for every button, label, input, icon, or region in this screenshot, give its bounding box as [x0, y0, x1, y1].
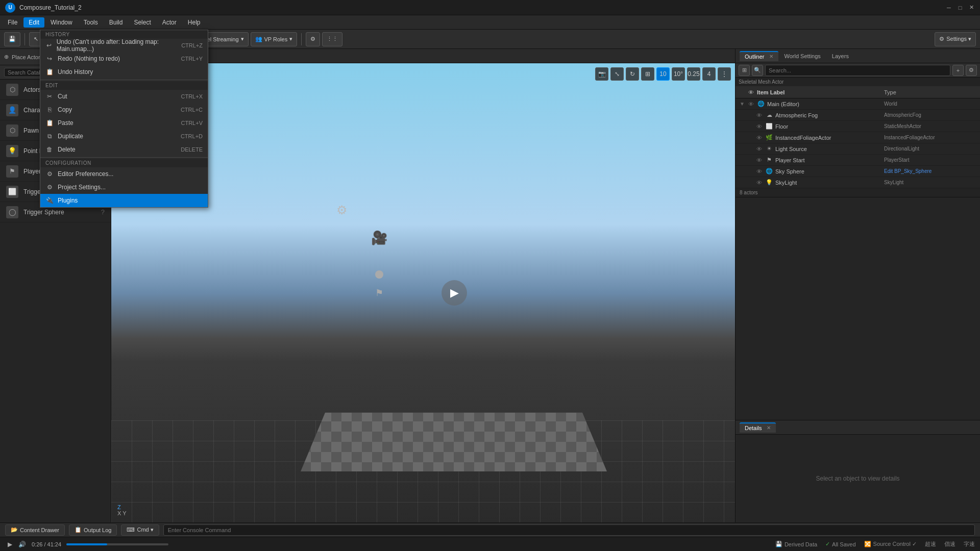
outliner-light-row[interactable]: 👁 ☀ Light Source DirectionalLight — [736, 143, 980, 155]
paste-item[interactable]: 📋 Paste CTRL+V — [40, 116, 208, 130]
editor-prefs-item[interactable]: ⚙ Editor Preferences... — [40, 167, 208, 181]
save-button[interactable]: 💾 — [4, 32, 20, 46]
outliner-add-btn[interactable]: + — [952, 65, 964, 76]
settings-button[interactable]: ⚙ Settings ▾ — [935, 32, 976, 46]
skylight-eye-icon[interactable]: 👁 — [755, 180, 763, 186]
world-eye-icon[interactable]: 👁 — [747, 101, 755, 107]
outliner-column-header: 👁 Item Label Type — [736, 86, 980, 98]
undo-item[interactable]: ↩ Undo (Can't undo after: Loading map: M… — [40, 39, 208, 52]
outliner-search-icon: 🔍 — [752, 65, 763, 76]
all-saved-status: ✓ All Saved — [825, 541, 855, 547]
derived-data-icon: 💾 — [775, 541, 782, 547]
project-settings-item[interactable]: ⚙ Project Settings... — [40, 181, 208, 194]
outliner-skylight-row[interactable]: 👁 💡 SkyLight SkyLight — [736, 177, 980, 188]
floor-label: Floor — [775, 123, 882, 130]
timeline-bar[interactable] — [66, 543, 168, 545]
vp-speed-label: 0.25 — [688, 70, 699, 78]
vp-camera-btn[interactable]: 📷 — [595, 67, 608, 81]
cut-shortcut: CTRL+X — [181, 93, 203, 99]
vp-speed-btn[interactable]: 0.25 — [687, 67, 700, 81]
maximize-button[interactable]: □ — [957, 4, 964, 11]
duplicate-shortcut: CTRL+D — [181, 133, 203, 139]
menu-build[interactable]: Build — [104, 17, 128, 28]
details-close-icon[interactable]: ✕ — [767, 425, 771, 431]
plugins-item[interactable]: 🔌 Plugins — [40, 194, 208, 207]
console-command-input[interactable] — [163, 524, 975, 536]
vp-grid-size-btn[interactable]: 10 — [656, 67, 670, 81]
content-drawer-icon: 📂 — [11, 527, 18, 533]
outliner-tab[interactable]: Outliner ✕ — [740, 51, 778, 61]
details-tab[interactable]: Details ✕ — [740, 422, 776, 433]
derived-data-status[interactable]: 💾 Derived Data — [775, 541, 817, 547]
menu-actor[interactable]: Actor — [157, 17, 182, 28]
outliner-fog-row[interactable]: 👁 ☁ Atmospheric Fog AtmosphericFog — [736, 110, 980, 121]
menu-select[interactable]: Select — [129, 17, 156, 28]
outliner-skysphere-row[interactable]: 👁 🌐 Sky Sphere Edit BP_Sky_Sphere — [736, 166, 980, 177]
fog-type: AtmosphericFog — [884, 112, 976, 118]
edit-section-header: EDIT — [40, 81, 208, 90]
layers-label: Layers — [832, 53, 849, 59]
outliner-foliage-row[interactable]: 👁 🌿 InstancedFoliageActor InstancedFolia… — [736, 132, 980, 143]
trigger-sphere-help-icon[interactable]: ? — [101, 208, 105, 216]
redo-icon: ↪ — [45, 55, 54, 62]
toolbar-extra-btn[interactable]: ⚙ — [306, 32, 320, 46]
outliner-playerstart-row[interactable]: 👁 ⚑ Player Start PlayerStart — [736, 155, 980, 166]
sound-control-btn[interactable]: 🔊 — [17, 540, 27, 549]
vp-layer-btn[interactable]: 4 — [702, 67, 716, 81]
cut-item[interactable]: ✂ Cut CTRL+X — [40, 90, 208, 103]
floor-eye-icon[interactable]: 👁 — [755, 123, 763, 130]
menu-tools[interactable]: Tools — [79, 17, 103, 28]
outliner-filter-btn[interactable]: ⊞ — [739, 65, 750, 76]
foliage-eye-icon[interactable]: 👁 — [755, 135, 763, 141]
fog-item-icon: ☁ — [765, 112, 773, 118]
undo-history-item[interactable]: 📋 Undo History — [40, 65, 208, 79]
outliner-world-row[interactable]: ▼ 👁 🌐 Main (Editor) World — [736, 98, 980, 110]
close-button[interactable]: ✕ — [968, 4, 975, 11]
menu-edit[interactable]: Edit — [23, 17, 44, 28]
toolbar-extra-btn2[interactable]: ⋮⋮ — [322, 32, 342, 46]
vp-options-btn[interactable]: ⋮ — [718, 67, 731, 81]
duplicate-item[interactable]: ⧉ Duplicate CTRL+D — [40, 130, 208, 143]
derived-data-label: Derived Data — [785, 541, 817, 547]
outliner-close-icon[interactable]: ✕ — [769, 54, 773, 59]
skysphere-eye-icon[interactable]: 👁 — [755, 168, 763, 174]
skysphere-type[interactable]: Edit BP_Sky_Sphere — [884, 168, 976, 174]
copy-item[interactable]: ⎘ Copy CTRL+C — [40, 103, 208, 116]
play-button[interactable]: ▶ — [442, 280, 467, 306]
menu-file[interactable]: File — [3, 17, 22, 28]
outliner-tab-label: Outliner — [745, 54, 765, 60]
minimize-button[interactable]: ─ — [945, 4, 952, 11]
outliner-search-input[interactable] — [765, 65, 950, 76]
title-bar-title: Composure_Tutorial_2 — [19, 4, 82, 11]
source-control-status[interactable]: 🔀 Source Control ✓ — [864, 541, 917, 547]
edit-dropdown: HISTORY ↩ Undo (Can't undo after: Loadin… — [40, 30, 208, 208]
vp-transform-btn[interactable]: ⤡ — [610, 67, 624, 81]
layers-tab[interactable]: Layers — [827, 52, 854, 61]
fog-eye-icon[interactable]: 👁 — [755, 112, 763, 118]
output-log-button[interactable]: 📋 Output Log — [69, 524, 117, 536]
vp-angle-btn[interactable]: 10° — [672, 67, 685, 81]
vp-roles-button[interactable]: 👥 VP Roles ▾ — [251, 32, 298, 46]
outliner-settings-btn[interactable]: ⚙ — [966, 65, 977, 76]
vp-grid-btn[interactable]: ⊞ — [641, 67, 654, 81]
details-panel-tabs: Details ✕ — [736, 420, 980, 435]
light-eye-icon[interactable]: 👁 — [755, 146, 763, 152]
playerstart-eye-icon[interactable]: 👁 — [755, 157, 763, 163]
skysphere-label: Sky Sphere — [775, 168, 882, 174]
details-section: Details ✕ Select an object to view detai… — [736, 420, 980, 522]
outliner-floor-row[interactable]: 👁 ⬜ Floor StaticMeshActor — [736, 121, 980, 132]
menu-window[interactable]: Window — [45, 17, 78, 28]
play-control-btn[interactable]: ▶ — [5, 540, 14, 549]
content-drawer-button[interactable]: 📂 Content Drawer — [5, 524, 65, 536]
menu-help[interactable]: Help — [183, 17, 206, 28]
cmd-button[interactable]: ⌨ Cmd ▾ — [121, 524, 159, 536]
axis-indicator: Z X Y — [117, 504, 127, 516]
platform-container — [301, 390, 607, 471]
delete-item[interactable]: 🗑 Delete DELETE — [40, 143, 208, 156]
undo-label: Undo (Can't undo after: Loading map: Mai… — [57, 38, 177, 53]
vp-rotate-btn[interactable]: ↻ — [626, 67, 639, 81]
world-settings-tab[interactable]: World Settings — [779, 52, 826, 61]
paste-label: Paste — [58, 119, 74, 127]
undo-shortcut: CTRL+Z — [181, 42, 203, 48]
redo-item[interactable]: ↪ Redo (Nothing to redo) CTRL+Y — [40, 52, 208, 65]
